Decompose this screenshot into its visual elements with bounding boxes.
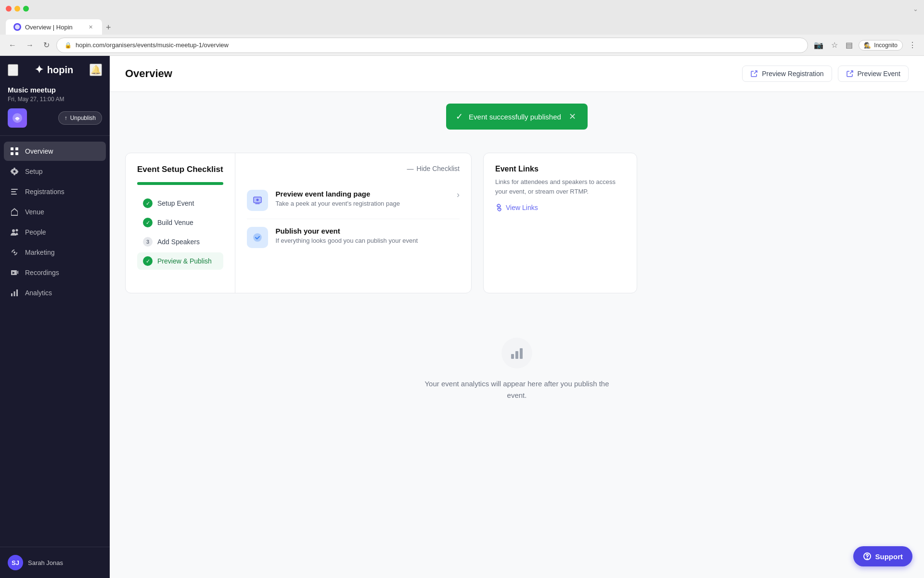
incognito-icon: 🕵 xyxy=(864,42,871,49)
preview-registration-button[interactable]: Preview Registration xyxy=(742,66,832,82)
preview-landing-desc: Take a peek at your event's registration… xyxy=(276,200,449,207)
svg-rect-13 xyxy=(11,293,13,296)
minus-icon: — xyxy=(407,165,414,172)
browser-tab[interactable]: Overview | Hopin ✕ xyxy=(6,19,102,35)
bar-chart-icon xyxy=(509,345,525,361)
publish-event-desc: If everything looks good you can publish… xyxy=(276,237,460,244)
check-complete-icon: ✓ xyxy=(143,198,153,208)
split-view-icon[interactable]: ▤ xyxy=(844,39,855,52)
hide-checklist-button[interactable]: — Hide Checklist xyxy=(407,165,460,172)
sidebar-item-marketing-label: Marketing xyxy=(25,249,54,256)
checklist-detail-publish-event[interactable]: Publish your event If everything looks g… xyxy=(247,219,460,256)
sidebar-header: ← ✦ hopin 🔔 xyxy=(0,56,110,82)
toast-message: Event successfully published xyxy=(469,113,561,121)
recordings-icon xyxy=(10,268,19,277)
user-avatar: SJ xyxy=(8,555,23,570)
sidebar-item-recordings-label: Recordings xyxy=(25,269,59,276)
checklist-detail-preview-landing[interactable]: Preview event landing page Take a peek a… xyxy=(247,182,460,219)
event-name: Music meetup xyxy=(8,86,102,94)
bookmark-icon[interactable]: ☆ xyxy=(829,39,840,52)
view-links-button[interactable]: View Links xyxy=(495,204,625,211)
checklist-item-add-speakers-label: Add Speakers xyxy=(157,238,200,246)
camera-off-icon[interactable]: 📷 xyxy=(812,39,825,52)
sidebar-item-recordings[interactable]: Recordings xyxy=(4,263,106,282)
svg-rect-8 xyxy=(11,191,16,192)
browser-nav-icons: 📷 ☆ ▤ 🕵 Incognito ⋮ xyxy=(812,39,918,52)
tab-title: Overview | Hopin xyxy=(25,24,73,31)
minimize-window-button[interactable] xyxy=(14,6,20,12)
analytics-icon xyxy=(10,288,19,298)
sidebar-footer: SJ Sarah Jonas xyxy=(0,547,110,578)
new-tab-button[interactable]: + xyxy=(102,21,115,35)
url-bar[interactable]: 🔒 hopin.com/organisers/events/music-meet… xyxy=(56,38,808,53)
tab-close-button[interactable]: ✕ xyxy=(87,23,94,31)
checklist-card: Event Setup Checklist ✓ Setup Event xyxy=(125,153,472,293)
svg-rect-22 xyxy=(520,348,523,359)
event-header-row: ↑ Unpublish xyxy=(8,108,102,128)
svg-point-12 xyxy=(13,251,15,253)
sidebar-item-venue[interactable]: Venue xyxy=(4,202,106,222)
success-toast: ✓ Event successfully published ✕ xyxy=(446,104,588,130)
checklist-item-preview-publish[interactable]: ✓ Preview & Publish xyxy=(137,252,223,270)
svg-point-2 xyxy=(16,118,19,120)
sidebar-item-analytics-label: Analytics xyxy=(25,289,52,297)
analytics-empty-state: Your event analytics will appear here af… xyxy=(125,309,909,430)
checklist-item-setup-event[interactable]: ✓ Setup Event xyxy=(137,195,223,212)
help-circle-icon xyxy=(863,552,872,561)
sidebar-item-registrations[interactable]: Registrations xyxy=(4,182,106,201)
page-title: Overview xyxy=(125,67,172,80)
maximize-window-button[interactable] xyxy=(23,6,29,12)
incognito-label: Incognito xyxy=(874,42,898,49)
refresh-button[interactable]: ↻ xyxy=(40,39,52,52)
sidebar-item-registrations-label: Registrations xyxy=(25,188,64,196)
notification-button[interactable]: 🔔 xyxy=(90,64,102,76)
content-area: ✓ Event successfully published ✕ Event S… xyxy=(110,92,924,442)
more-options-button[interactable]: ⋮ xyxy=(907,39,918,52)
logo-icon: ✦ xyxy=(35,64,43,76)
user-name: Sarah Jonas xyxy=(28,559,63,566)
sidebar-item-people[interactable]: People xyxy=(4,223,106,242)
toast-close-button[interactable]: ✕ xyxy=(567,110,578,123)
hopin-logo: ✦ hopin xyxy=(35,64,73,76)
sidebar-item-setup[interactable]: Setup xyxy=(4,162,106,181)
main-content: Overview Preview Registration Preview Ev… xyxy=(110,56,924,578)
unpublish-button[interactable]: ↑ Unpublish xyxy=(58,111,102,125)
sidebar-item-overview[interactable]: Overview xyxy=(4,142,106,161)
support-button[interactable]: Support xyxy=(853,546,913,566)
svg-rect-4 xyxy=(15,147,18,150)
overview-icon xyxy=(10,146,19,156)
svg-rect-3 xyxy=(11,147,13,150)
forward-button[interactable]: → xyxy=(23,39,37,52)
preview-registration-label: Preview Registration xyxy=(762,70,823,78)
checklist-item-add-speakers[interactable]: 3 Add Speakers xyxy=(137,233,223,250)
svg-point-11 xyxy=(16,229,18,232)
checklist-item-preview-publish-label: Preview & Publish xyxy=(157,257,212,265)
sidebar-back-button[interactable]: ← xyxy=(8,64,18,76)
preview-landing-icon xyxy=(252,195,263,206)
publish-event-icon xyxy=(252,232,263,243)
user-initials: SJ xyxy=(12,559,19,566)
checklist-item-build-venue[interactable]: ✓ Build Venue xyxy=(137,214,223,231)
tab-bar: Overview | Hopin ✕ + xyxy=(0,17,924,35)
setup-icon xyxy=(10,167,19,176)
back-button[interactable]: ← xyxy=(6,39,19,52)
sidebar-item-analytics[interactable]: Analytics xyxy=(4,283,106,302)
checklist-left: Event Setup Checklist ✓ Setup Event xyxy=(126,153,235,293)
svg-rect-9 xyxy=(11,194,17,195)
sidebar-item-setup-label: Setup xyxy=(25,168,43,175)
sidebar-item-marketing[interactable]: Marketing xyxy=(4,243,106,262)
support-label: Support xyxy=(875,552,903,561)
event-info-section: Music meetup Fri, May 27, 11:00 AM ↑ Unp… xyxy=(0,82,110,136)
traffic-lights xyxy=(6,6,29,12)
analytics-empty-icon-wrapper xyxy=(501,338,532,368)
progress-bar-fill xyxy=(137,182,223,185)
analytics-empty-message: Your event analytics will appear here af… xyxy=(421,378,613,401)
publish-event-content: Publish your event If everything looks g… xyxy=(276,227,460,244)
close-window-button[interactable] xyxy=(6,6,12,12)
svg-point-10 xyxy=(12,229,15,232)
venue-icon xyxy=(10,207,19,217)
check-complete-icon-3: ✓ xyxy=(143,256,153,266)
cards-row: Event Setup Checklist ✓ Setup Event xyxy=(125,153,909,293)
svg-rect-15 xyxy=(16,289,18,296)
preview-event-button[interactable]: Preview Event xyxy=(838,66,909,82)
